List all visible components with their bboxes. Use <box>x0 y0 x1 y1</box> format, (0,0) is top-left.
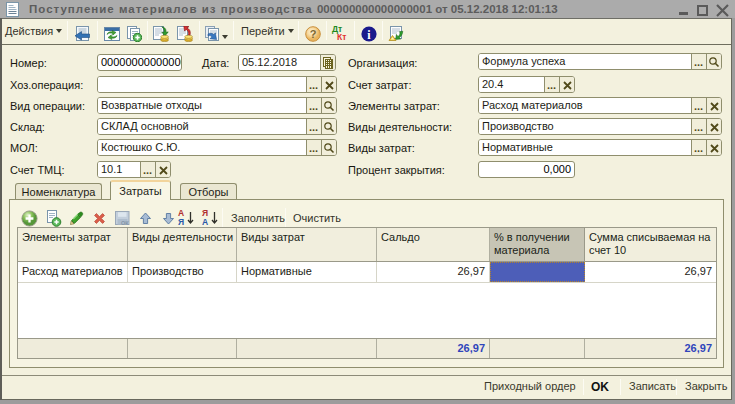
svg-text:ОК: ОК <box>121 220 129 226</box>
svg-text:?: ? <box>310 28 317 40</box>
